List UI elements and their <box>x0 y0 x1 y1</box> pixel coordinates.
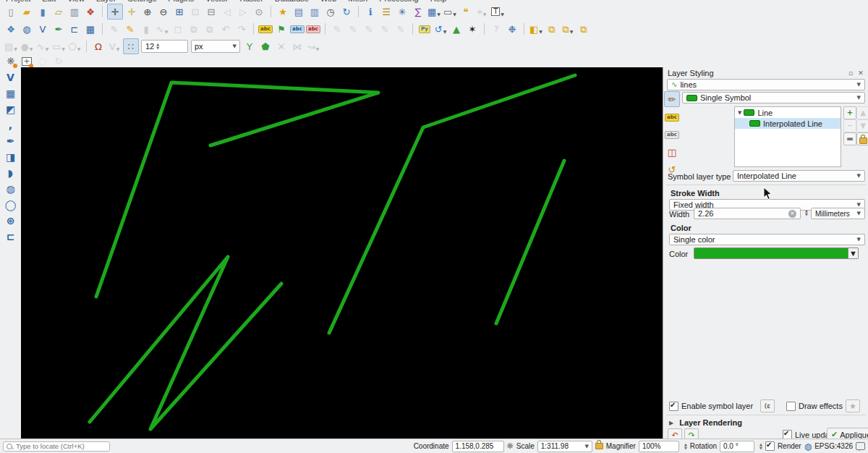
symbol-tree-root-row[interactable]: ▼ Line <box>735 107 841 118</box>
new-geopackage-layer[interactable]: ✒ <box>51 22 66 36</box>
data-defined-override-button[interactable]: (ε <box>760 399 775 412</box>
toggle-editing[interactable]: ✎ <box>107 22 122 36</box>
add-virtual-layer[interactable]: ⊏ <box>4 229 18 244</box>
add-raster-layer[interactable]: ▦ <box>4 86 18 101</box>
new-project[interactable]: ▯ <box>4 4 18 19</box>
coordinate-box[interactable]: 1.158,0.285 <box>452 441 504 452</box>
save-layer-edits[interactable]: ▮ <box>139 22 153 36</box>
add-item[interactable]: + <box>20 54 34 69</box>
redo[interactable]: ↷ <box>234 22 249 36</box>
add-geopackage-layer[interactable]: ✒ <box>4 134 18 148</box>
add-layer[interactable]: ◍ <box>20 22 34 36</box>
add-wfs-layer[interactable]: ⊛ <box>4 213 18 228</box>
messages-icon[interactable] <box>856 442 865 450</box>
zoom-out[interactable]: ⊖ <box>156 4 171 19</box>
globe-crs-icon[interactable]: ◍ <box>804 442 812 451</box>
dropdown-arrow-icon[interactable]: ▼ <box>539 29 542 36</box>
enable-tracing[interactable]: Y <box>242 39 257 54</box>
labels-tab[interactable]: abc <box>665 110 679 124</box>
dropdown-arrow-icon[interactable]: ▼ <box>483 12 487 19</box>
lock-scale-icon[interactable] <box>595 443 603 449</box>
close-panel-icon[interactable]: ✕ <box>856 69 865 77</box>
width-spinbox[interactable]: 2.26 ✕ <box>694 208 801 219</box>
text-annotation[interactable]: T▼ <box>490 4 505 19</box>
width-spinner[interactable]: ▲▼ <box>805 209 808 216</box>
symbol-layer-type-combo[interactable]: Interpolated Line ▼ <box>733 170 865 182</box>
refresh-tool[interactable]: ↻ <box>51 54 66 69</box>
layer-labeling-options[interactable]: abc <box>258 22 273 36</box>
enable-snapping[interactable]: Ω <box>91 39 106 54</box>
zoom-native-resolution[interactable]: ⊙ <box>252 4 266 19</box>
save-symbol[interactable]: ▬ <box>843 132 856 145</box>
dropdown-arrow-icon[interactable]: ▼ <box>437 12 441 19</box>
deselect-features[interactable]: ✳ <box>395 4 409 19</box>
dropdown-arrow-icon[interactable]: ▼ <box>570 29 574 36</box>
add-postgis-layer[interactable]: ◨ <box>4 150 18 164</box>
new-mesh-layer[interactable]: ▦ <box>83 22 98 36</box>
add-point-feature[interactable]: ●▼ <box>20 39 34 54</box>
dropdown-arrow-icon[interactable]: ▼ <box>316 46 320 54</box>
nominatim-geocoder[interactable]: ⌖▼ <box>475 4 489 19</box>
zoom-to-selection[interactable]: ⊡ <box>188 4 203 19</box>
map-canvas[interactable] <box>21 67 663 439</box>
save-project[interactable]: ▮ <box>35 4 50 19</box>
show-hide-labels[interactable]: ✎ <box>346 22 360 36</box>
dropdown-arrow-icon[interactable]: ▼ <box>501 12 504 19</box>
add-record[interactable]: ▤▼ <box>4 39 18 54</box>
edit-settings[interactable]: ❋ <box>4 54 18 69</box>
bookmark-manager[interactable]: ▥ <box>307 4 322 19</box>
highlight-pinned-labels[interactable]: abc <box>290 22 305 36</box>
move-symbol-layer-up[interactable]: ▲ <box>856 106 868 119</box>
new-virtual-layer[interactable]: ⊏ <box>67 22 82 36</box>
float-panel-icon[interactable]: ▫ <box>846 69 855 77</box>
new-shapefile-layer[interactable]: V <box>35 22 50 36</box>
add-rectangle-feature[interactable]: ▭▼ <box>51 39 66 54</box>
snap-on-intersection[interactable]: ⋈ <box>290 39 305 54</box>
current-edits[interactable]: ✎ <box>123 22 137 36</box>
zoom-in[interactable]: ⊕ <box>140 4 155 19</box>
rotation-box[interactable]: 0.0 ° <box>720 441 754 452</box>
magnifier-box[interactable]: 100% <box>639 441 679 452</box>
scale-combo[interactable]: 1:311.98 ▼ <box>537 441 592 452</box>
paste-features[interactable]: ⧉ <box>203 22 217 36</box>
debugging-tools[interactable]: ✶ <box>465 22 480 36</box>
add-delimited-text-layer[interactable]: , <box>4 118 18 132</box>
zoom-last[interactable]: ◁ <box>220 4 234 19</box>
width-unit-combo[interactable]: Millimeters ▼ <box>811 208 865 219</box>
dropdown-arrow-icon[interactable]: ▼ <box>165 29 169 36</box>
dropdown-arrow-icon[interactable]: ▼ <box>61 46 65 54</box>
snapping-tolerance-spinbox[interactable]: 12 ▲▼ <box>141 40 188 53</box>
python-console[interactable]: Py <box>417 22 432 36</box>
map-tips[interactable]: ❝ <box>459 4 473 19</box>
zoom-next[interactable]: ▷ <box>236 4 250 19</box>
expand-arrow-icon[interactable]: ▶ <box>669 420 673 426</box>
snapping-units-combo[interactable]: px ▼ <box>191 40 240 53</box>
snapping-on-grid[interactable]: ∷ <box>123 38 139 54</box>
rotation-spinner[interactable]: ▲▼ <box>760 443 762 450</box>
new-spatial-bookmark[interactable]: ★ <box>276 4 290 19</box>
style-manager[interactable]: ❖ <box>83 4 98 19</box>
dropdown-arrow-icon[interactable]: ▼ <box>46 46 49 54</box>
select-by-rectangle[interactable]: ◧▼ <box>529 22 543 36</box>
move-label[interactable]: ✎ <box>362 22 376 36</box>
magnifier-spinner[interactable]: ▲▼ <box>684 443 687 450</box>
open-attribute-table[interactable]: ▦▼ <box>427 4 441 19</box>
add-db-layer[interactable]: ◍ <box>4 182 18 196</box>
add-symbol-layer[interactable]: + <box>843 106 856 119</box>
layer-selector-combo[interactable]: ∿ lines ▼ <box>667 79 865 90</box>
undo[interactable]: ↶ <box>218 22 233 36</box>
clear-value-icon[interactable]: ✕ <box>788 210 796 218</box>
rotate-label[interactable]: ✎ <box>378 22 392 36</box>
dropdown-arrow-icon[interactable]: ▼ <box>14 46 17 54</box>
trace-offset[interactable]: ↝▼ <box>306 39 320 54</box>
refresh-map[interactable]: ↻ <box>339 4 354 19</box>
lock-symbol-color[interactable] <box>856 132 868 145</box>
layout-manager[interactable]: ▥ <box>67 4 82 19</box>
topological-editing[interactable]: ✕ <box>274 39 289 54</box>
pan-map[interactable]: ✛ <box>107 4 123 20</box>
select-features-by-value[interactable]: ☰ <box>379 4 393 19</box>
new-print-layout[interactable]: ▱ <box>51 4 66 19</box>
locator-search[interactable] <box>3 441 110 452</box>
mask-tab[interactable]: abc <box>665 127 679 142</box>
add-wms-layer[interactable]: ◯ <box>4 198 18 212</box>
